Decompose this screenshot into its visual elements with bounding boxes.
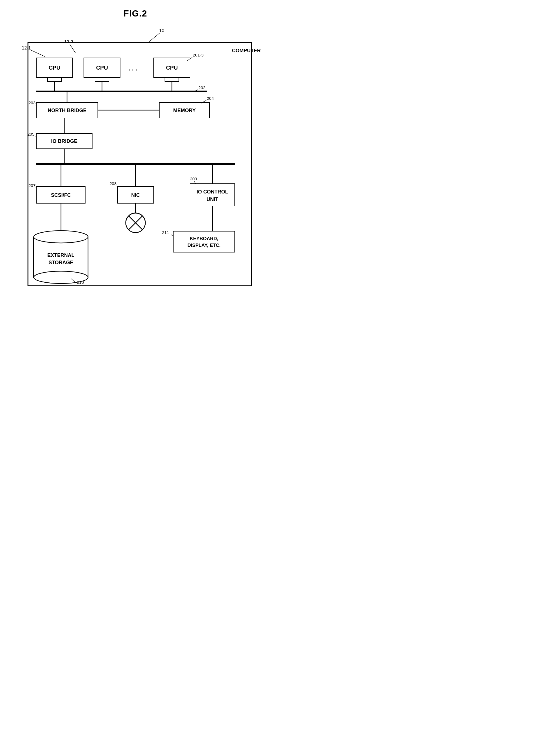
svg-text:IO CONTROL: IO CONTROL bbox=[197, 189, 228, 195]
svg-rect-18 bbox=[95, 77, 109, 81]
svg-text:210: 210 bbox=[77, 280, 84, 285]
svg-rect-17 bbox=[48, 77, 62, 81]
figure-title: FIG.2 bbox=[11, 8, 259, 19]
svg-text:208: 208 bbox=[110, 181, 117, 186]
diagram-area: 10 12-1 12-2 COMPUTER CPU CPU . . . CPU bbox=[11, 27, 259, 377]
svg-text:209: 209 bbox=[190, 176, 197, 181]
svg-text:203: 203 bbox=[29, 100, 36, 105]
svg-text:DISPLAY, ETC.: DISPLAY, ETC. bbox=[188, 243, 221, 248]
svg-line-75 bbox=[171, 235, 173, 236]
svg-text:10: 10 bbox=[159, 28, 164, 33]
svg-rect-71 bbox=[173, 231, 235, 252]
svg-text:SCSI/FC: SCSI/FC bbox=[51, 192, 71, 198]
svg-text:KEYBOARD,: KEYBOARD, bbox=[190, 236, 218, 241]
svg-text:12-1: 12-1 bbox=[22, 46, 31, 50]
diagram-svg: 10 12-1 12-2 COMPUTER CPU CPU . . . CPU bbox=[11, 27, 263, 377]
svg-text:COMPUTER: COMPUTER bbox=[232, 48, 261, 53]
svg-line-1 bbox=[148, 33, 160, 42]
svg-text:CPU: CPU bbox=[96, 65, 108, 71]
svg-text:CPU: CPU bbox=[49, 65, 60, 71]
svg-text:202: 202 bbox=[199, 85, 206, 90]
svg-text:MEMORY: MEMORY bbox=[173, 108, 196, 113]
svg-text:IO BRIDGE: IO BRIDGE bbox=[51, 138, 77, 144]
svg-text:NORTH BRIDGE: NORTH BRIDGE bbox=[48, 108, 87, 113]
svg-text:211: 211 bbox=[162, 230, 169, 235]
svg-text:EXTERNAL: EXTERNAL bbox=[47, 252, 74, 258]
svg-text:207: 207 bbox=[29, 183, 36, 188]
svg-line-3 bbox=[31, 50, 45, 56]
svg-line-57 bbox=[194, 181, 196, 184]
svg-text:204: 204 bbox=[207, 96, 214, 101]
svg-rect-19 bbox=[165, 77, 179, 81]
svg-text:CPU: CPU bbox=[166, 65, 178, 71]
page: FIG.2 10 12-1 12-2 COMPUTER CPU CPU bbox=[0, 0, 270, 388]
svg-text:201-3: 201-3 bbox=[193, 53, 204, 57]
svg-point-60 bbox=[34, 231, 88, 243]
svg-text:NIC: NIC bbox=[131, 192, 140, 198]
svg-rect-53 bbox=[190, 184, 235, 206]
svg-line-5 bbox=[70, 44, 75, 53]
svg-text:UNIT: UNIT bbox=[207, 197, 218, 202]
svg-text:12-2: 12-2 bbox=[64, 39, 73, 44]
svg-text:STORAGE: STORAGE bbox=[49, 260, 74, 265]
svg-text:205: 205 bbox=[27, 132, 34, 136]
svg-text:. . .: . . . bbox=[129, 65, 137, 72]
